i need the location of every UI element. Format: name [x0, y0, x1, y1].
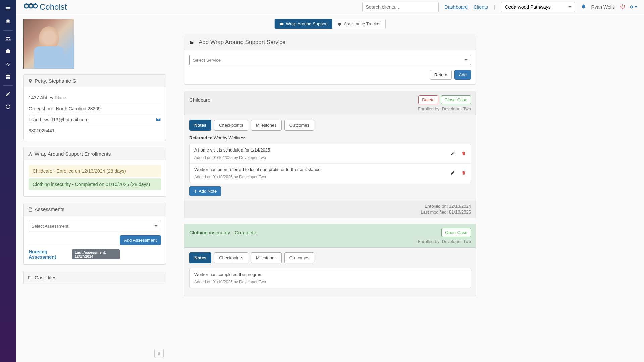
home-icon [5, 18, 11, 24]
power-icon [5, 104, 11, 110]
subtab-checkpoints[interactable]: Checkpoints [214, 120, 248, 131]
case-panel-childcare: Childcare Delete Close Case Enrolled by:… [184, 91, 476, 218]
open-case-button[interactable]: Open Case [441, 228, 471, 237]
subtab-notes[interactable]: Notes [189, 120, 211, 131]
add-note-button[interactable]: Add Note [189, 186, 221, 196]
service-tabs: Wrap Around Support Assistance Tracker [274, 19, 386, 29]
caret-down-icon [635, 6, 637, 8]
last-modified-date: 01/10/2025 [449, 209, 471, 215]
note-row: A home visit is scheduled for 1/14/2025 … [190, 144, 471, 164]
nav-activity[interactable] [0, 58, 16, 70]
folder-icon [28, 275, 33, 280]
plus-icon [194, 189, 197, 193]
nav-clients[interactable] [0, 33, 16, 45]
svg-point-5 [35, 3, 36, 5]
sidebar [0, 0, 16, 362]
trash-icon [461, 151, 466, 156]
logo-icon [24, 2, 38, 12]
housing-assessment-link[interactable]: Housing Assessment [29, 249, 68, 260]
scroll-to-top-button[interactable] [154, 349, 164, 358]
pencil-icon [450, 151, 455, 156]
add-assessment-button[interactable]: Add Assessment [120, 235, 161, 245]
enrolled-by-value: Developer Two [442, 239, 471, 244]
header: Cohoist Dashboard Clients | Cedarwood Pa… [16, 0, 644, 14]
note-row: Worker has been referred to local non-pr… [190, 164, 471, 183]
nav-edit[interactable] [0, 88, 16, 100]
hamburger-icon [5, 6, 11, 12]
logout-button[interactable] [620, 3, 626, 10]
client-avatar [23, 19, 74, 69]
referred-label: Referred to [189, 135, 212, 140]
brand-text: Cohoist [40, 2, 67, 12]
pulse-icon [5, 61, 11, 67]
pencil-icon [5, 91, 11, 97]
tab-assistance-tracker[interactable]: Assistance Tracker [332, 19, 385, 29]
settings-dropdown[interactable] [629, 5, 637, 9]
menu-toggle[interactable] [0, 3, 16, 15]
brand-logo: Cohoist [24, 2, 67, 12]
gear-icon [629, 5, 634, 9]
document-icon [28, 207, 33, 212]
user-name: Ryan Wells [591, 4, 615, 10]
folder-icon [279, 22, 284, 26]
add-service-title: Add Wrap Around Support Service [199, 39, 286, 46]
org-select[interactable]: Cedarwood Pathways [501, 2, 575, 12]
last-modified-label: Last modified: [421, 209, 448, 215]
subtab-checkpoints[interactable]: Checkpoints [214, 252, 248, 263]
search-input[interactable] [362, 2, 439, 12]
map-pin-icon [28, 79, 33, 83]
nav-cases[interactable] [0, 45, 16, 57]
assessments-title: Assessments [35, 206, 64, 212]
nav-home[interactable] [0, 15, 16, 27]
note-text: Worker has completed the program [194, 272, 466, 277]
client-name: Petty, Stephanie G [35, 78, 76, 84]
delete-note-button[interactable] [461, 151, 466, 157]
case-title: Childcare [189, 97, 210, 103]
subtab-notes[interactable]: Notes [189, 252, 211, 263]
nav-reports[interactable] [0, 71, 16, 83]
nav-clients-link[interactable]: Clients [474, 4, 488, 10]
edit-note-button[interactable] [450, 170, 455, 176]
add-service-panel: Add Wrap Around Support Service Select S… [184, 35, 476, 85]
trash-icon [461, 170, 466, 175]
tab-wrap-around[interactable]: Wrap Around Support [275, 19, 333, 29]
divider [3, 30, 13, 31]
notifications-button[interactable] [581, 4, 586, 10]
assessments-panel: Assessments Select Assessment Add Assess… [23, 203, 166, 265]
note-row: Worker has completed the program Added o… [190, 268, 471, 288]
assessment-select[interactable]: Select Assessment [29, 221, 161, 231]
enrolled-on-date: 12/13/2024 [449, 204, 471, 209]
delete-case-button[interactable]: Delete [418, 95, 438, 104]
case-panel-clothing: Clothing insecurity - Complete Open Case… [184, 224, 476, 296]
delete-note-button[interactable] [461, 170, 466, 176]
send-email-button[interactable] [156, 117, 161, 122]
enrollment-item[interactable]: Childcare - Enrolled on 12/13/2024 (28 d… [29, 165, 161, 177]
subtab-outcomes[interactable]: Outcomes [284, 120, 314, 131]
close-case-button[interactable]: Close Case [441, 95, 471, 104]
service-select[interactable]: Select Service [189, 55, 471, 65]
enrolled-by-value: Developer Two [442, 106, 471, 111]
return-button[interactable]: Return [430, 70, 452, 80]
divider [3, 85, 13, 86]
case-files-panel: Case files [23, 271, 166, 284]
client-address2: Greensboro, North Carolina 28209 [29, 103, 161, 114]
power-icon [620, 3, 626, 9]
subtab-milestones[interactable]: Milestones [251, 252, 282, 263]
note-meta: Added on 01/10/2025 by Developer Two [194, 155, 466, 160]
separator: | [494, 4, 495, 10]
client-address1: 1437 Abbey Place [29, 92, 161, 103]
nav-dashboard-link[interactable]: Dashboard [445, 4, 468, 10]
add-button[interactable]: Add [454, 70, 471, 80]
client-email: leland_swift13@hotmail.com [29, 117, 88, 122]
subtab-milestones[interactable]: Milestones [251, 120, 282, 131]
nav-logout[interactable] [0, 101, 16, 113]
svg-point-7 [28, 155, 30, 156]
grid-icon [5, 74, 11, 80]
enrollment-item[interactable]: Clothing insecurity - Completed on 01/10… [29, 178, 161, 190]
svg-point-6 [30, 152, 31, 153]
subtab-outcomes[interactable]: Outcomes [284, 252, 314, 263]
bell-icon [581, 4, 586, 9]
enrolled-by-label: Enrolled by: [418, 239, 441, 244]
edit-note-button[interactable] [450, 151, 455, 157]
enrollments-panel: Wrap Around Support Enrollments Childcar… [23, 147, 166, 197]
